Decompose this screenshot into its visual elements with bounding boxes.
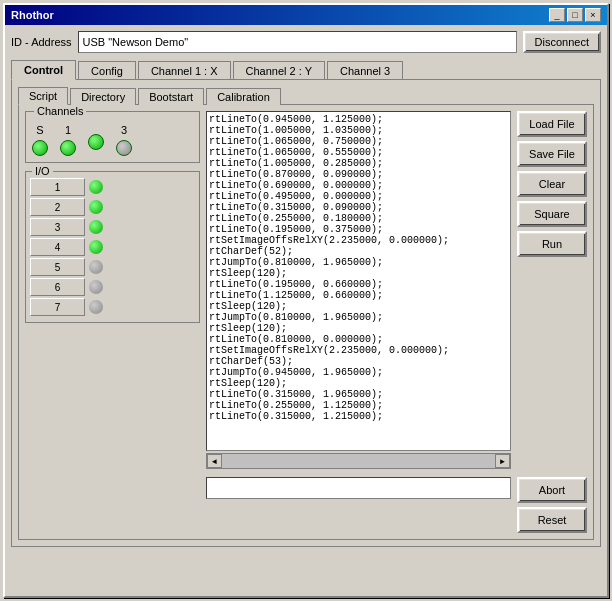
tab-channel2y[interactable]: Channel 2 : Y (233, 61, 325, 80)
square-button[interactable]: Square (517, 201, 587, 227)
channel-s-col: S (32, 124, 48, 156)
disconnect-button[interactable]: Disconnect (523, 31, 601, 53)
abort-button[interactable]: Abort (517, 477, 587, 503)
title-bar: Rhothor _ □ × (5, 5, 607, 25)
io-led-7 (89, 300, 103, 314)
io-row-3: 3 (30, 218, 195, 236)
io-btn-2[interactable]: 2 (30, 198, 85, 216)
channels-group: Channels S 1 (25, 111, 200, 163)
window-body: ID - Address Disconnect Control Config C… (5, 25, 607, 553)
side-buttons: Load File Save File Clear Square Run (517, 111, 587, 469)
io-btn-5[interactable]: 5 (30, 258, 85, 276)
io-row-2: 2 (30, 198, 195, 216)
io-led-6 (89, 280, 103, 294)
channel-2-led (88, 134, 104, 150)
clear-button[interactable]: Clear (517, 171, 587, 197)
sub-tab-bootstart[interactable]: Bootstart (138, 88, 204, 105)
channels-label: Channels (34, 105, 86, 117)
main-window: Rhothor _ □ × ID - Address Disconnect Co… (3, 3, 609, 598)
channel-s-label: S (36, 124, 43, 136)
script-textarea-container: ◄ ► (206, 111, 511, 469)
channel-3-label: 3 (121, 124, 127, 136)
script-and-buttons: ◄ ► Load File Save File Clear Square (206, 111, 587, 469)
window-title: Rhothor (11, 9, 54, 21)
io-led-5 (89, 260, 103, 274)
io-btn-1[interactable]: 1 (30, 178, 85, 196)
close-button[interactable]: × (585, 8, 601, 22)
io-row-7: 7 (30, 298, 195, 316)
channel-3-led (116, 140, 132, 156)
left-panel: Channels S 1 (25, 111, 200, 533)
maximize-button[interactable]: □ (567, 8, 583, 22)
channel-1-label: 1 (65, 124, 71, 136)
bottom-buttons: Abort Reset (517, 477, 587, 533)
sub-tab-script[interactable]: Script (18, 87, 68, 105)
channel-2-col (88, 130, 104, 150)
tab-channel3[interactable]: Channel 3 (327, 61, 403, 80)
tab-config[interactable]: Config (78, 61, 136, 80)
main-layout: Channels S 1 (25, 111, 587, 533)
channel-s-led (32, 140, 48, 156)
tab-channel1x[interactable]: Channel 1 : X (138, 61, 231, 80)
bottom-input[interactable] (206, 477, 511, 499)
io-row-4: 4 (30, 238, 195, 256)
script-panel: ◄ ► Load File Save File Clear Square (206, 111, 587, 533)
io-led-1 (89, 180, 103, 194)
sub-tab-content: Channels S 1 (18, 104, 594, 540)
save-file-button[interactable]: Save File (517, 141, 587, 167)
io-label: I/O (32, 165, 53, 177)
io-btn-6[interactable]: 6 (30, 278, 85, 296)
id-address-label: ID - Address (11, 36, 72, 48)
run-button[interactable]: Run (517, 231, 587, 257)
io-led-4 (89, 240, 103, 254)
sub-tab-directory[interactable]: Directory (70, 88, 136, 105)
io-group: I/O 1 2 3 (25, 171, 200, 323)
scroll-track[interactable] (222, 454, 495, 468)
main-tab-bar: Control Config Channel 1 : X Channel 2 :… (11, 59, 601, 79)
id-address-row: ID - Address Disconnect (11, 31, 601, 53)
io-led-2 (89, 200, 103, 214)
channel-1-col: 1 (60, 124, 76, 156)
bottom-row: Abort Reset (206, 477, 587, 533)
main-tab-content: Script Directory Bootstart Calibration C… (11, 79, 601, 547)
script-textarea[interactable] (206, 111, 511, 451)
horizontal-scrollbar[interactable]: ◄ ► (206, 453, 511, 469)
io-btn-7[interactable]: 7 (30, 298, 85, 316)
channel-1-led (60, 140, 76, 156)
io-row-1: 1 (30, 178, 195, 196)
channels-row: S 1 (32, 124, 193, 156)
io-led-3 (89, 220, 103, 234)
channel-3-col: 3 (116, 124, 132, 156)
io-btn-3[interactable]: 3 (30, 218, 85, 236)
reset-button[interactable]: Reset (517, 507, 587, 533)
io-btn-4[interactable]: 4 (30, 238, 85, 256)
io-row-5: 5 (30, 258, 195, 276)
sub-tab-bar: Script Directory Bootstart Calibration (18, 86, 594, 104)
scroll-left-arrow[interactable]: ◄ (207, 454, 222, 468)
load-file-button[interactable]: Load File (517, 111, 587, 137)
minimize-button[interactable]: _ (549, 8, 565, 22)
tab-control[interactable]: Control (11, 60, 76, 80)
title-bar-buttons: _ □ × (549, 8, 601, 22)
io-row-6: 6 (30, 278, 195, 296)
id-address-input[interactable] (78, 31, 517, 53)
sub-tab-calibration[interactable]: Calibration (206, 88, 281, 105)
scroll-right-arrow[interactable]: ► (495, 454, 510, 468)
